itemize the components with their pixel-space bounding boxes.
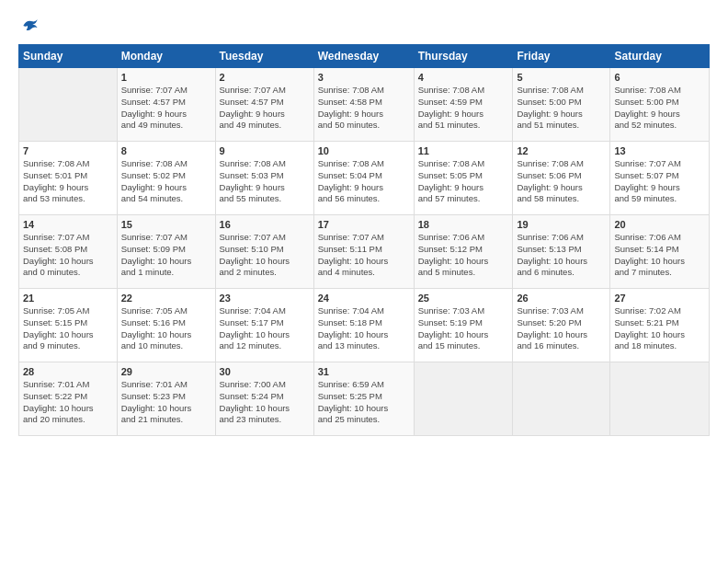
day-number: 25 [418, 293, 509, 304]
calendar-cell: 12Sunrise: 7:08 AM Sunset: 5:06 PM Dayli… [513, 142, 610, 215]
day-info: Sunrise: 7:08 AM Sunset: 5:06 PM Dayligh… [517, 158, 606, 205]
day-number: 16 [220, 219, 310, 230]
calendar-cell: 11Sunrise: 7:08 AM Sunset: 5:05 PM Dayli… [414, 142, 513, 215]
day-number: 28 [23, 366, 113, 377]
calendar-cell: 3Sunrise: 7:08 AM Sunset: 4:58 PM Daylig… [313, 68, 414, 142]
calendar-cell: 22Sunrise: 7:05 AM Sunset: 5:16 PM Dayli… [117, 289, 215, 362]
day-number: 17 [318, 219, 410, 230]
calendar-cell: 7Sunrise: 7:08 AM Sunset: 5:01 PM Daylig… [19, 142, 118, 215]
day-info: Sunrise: 7:08 AM Sunset: 5:05 PM Dayligh… [418, 158, 509, 205]
calendar-cell: 14Sunrise: 7:07 AM Sunset: 5:08 PM Dayli… [19, 215, 118, 289]
calendar-cell: 29Sunrise: 7:01 AM Sunset: 5:23 PM Dayli… [117, 362, 215, 436]
day-info: Sunrise: 7:08 AM Sunset: 5:02 PM Dayligh… [121, 158, 211, 205]
day-number: 23 [220, 293, 310, 304]
day-info: Sunrise: 7:07 AM Sunset: 5:08 PM Dayligh… [23, 232, 113, 279]
day-number: 26 [517, 293, 606, 304]
calendar-table: SundayMondayTuesdayWednesdayThursdayFrid… [18, 44, 710, 436]
day-number: 4 [418, 72, 509, 83]
calendar-cell [414, 362, 513, 436]
day-number: 21 [23, 293, 113, 304]
header-saturday: Saturday [610, 45, 710, 68]
calendar-cell: 6Sunrise: 7:08 AM Sunset: 5:00 PM Daylig… [610, 68, 710, 142]
calendar-cell: 4Sunrise: 7:08 AM Sunset: 4:59 PM Daylig… [414, 68, 513, 142]
day-number: 19 [517, 219, 606, 230]
day-number: 11 [418, 145, 509, 156]
week-row-1: 1Sunrise: 7:07 AM Sunset: 4:57 PM Daylig… [19, 68, 710, 142]
calendar-cell: 15Sunrise: 7:07 AM Sunset: 5:09 PM Dayli… [117, 215, 215, 289]
day-number: 13 [614, 145, 705, 156]
day-info: Sunrise: 7:07 AM Sunset: 4:57 PM Dayligh… [121, 85, 211, 132]
calendar-cell: 2Sunrise: 7:07 AM Sunset: 4:57 PM Daylig… [215, 68, 313, 142]
header-thursday: Thursday [414, 45, 513, 68]
calendar-cell [19, 68, 118, 142]
week-row-4: 21Sunrise: 7:05 AM Sunset: 5:15 PM Dayli… [19, 289, 710, 362]
day-number: 8 [121, 145, 211, 156]
calendar-cell: 28Sunrise: 7:01 AM Sunset: 5:22 PM Dayli… [19, 362, 118, 436]
day-info: Sunrise: 7:02 AM Sunset: 5:21 PM Dayligh… [614, 305, 705, 352]
day-info: Sunrise: 7:07 AM Sunset: 5:09 PM Dayligh… [121, 232, 211, 279]
day-number: 30 [220, 366, 310, 377]
logo-bird-icon [20, 17, 39, 35]
day-info: Sunrise: 7:01 AM Sunset: 5:23 PM Dayligh… [121, 379, 211, 426]
calendar-cell: 5Sunrise: 7:08 AM Sunset: 5:00 PM Daylig… [513, 68, 610, 142]
day-number: 14 [23, 219, 113, 230]
calendar-cell: 20Sunrise: 7:06 AM Sunset: 5:14 PM Dayli… [610, 215, 710, 289]
week-row-2: 7Sunrise: 7:08 AM Sunset: 5:01 PM Daylig… [19, 142, 710, 215]
day-number: 2 [220, 72, 310, 83]
calendar-cell: 24Sunrise: 7:04 AM Sunset: 5:18 PM Dayli… [313, 289, 414, 362]
day-info: Sunrise: 7:00 AM Sunset: 5:24 PM Dayligh… [220, 379, 310, 426]
day-number: 12 [517, 145, 606, 156]
calendar-cell: 23Sunrise: 7:04 AM Sunset: 5:17 PM Dayli… [215, 289, 313, 362]
logo [18, 17, 39, 35]
calendar-cell: 13Sunrise: 7:07 AM Sunset: 5:07 PM Dayli… [610, 142, 710, 215]
header-friday: Friday [513, 45, 610, 68]
calendar-cell: 30Sunrise: 7:00 AM Sunset: 5:24 PM Dayli… [215, 362, 313, 436]
header-wednesday: Wednesday [313, 45, 414, 68]
day-number: 10 [318, 145, 410, 156]
calendar-cell: 27Sunrise: 7:02 AM Sunset: 5:21 PM Dayli… [610, 289, 710, 362]
day-number: 22 [121, 293, 211, 304]
day-number: 18 [418, 219, 509, 230]
calendar-cell: 10Sunrise: 7:08 AM Sunset: 5:04 PM Dayli… [313, 142, 414, 215]
day-number: 7 [23, 145, 113, 156]
day-number: 5 [517, 72, 606, 83]
calendar-cell [513, 362, 610, 436]
calendar-cell: 31Sunrise: 6:59 AM Sunset: 5:25 PM Dayli… [313, 362, 414, 436]
calendar-body: 1Sunrise: 7:07 AM Sunset: 4:57 PM Daylig… [19, 68, 710, 436]
calendar-cell: 8Sunrise: 7:08 AM Sunset: 5:02 PM Daylig… [117, 142, 215, 215]
day-info: Sunrise: 7:07 AM Sunset: 5:07 PM Dayligh… [614, 158, 705, 205]
week-row-5: 28Sunrise: 7:01 AM Sunset: 5:22 PM Dayli… [19, 362, 710, 436]
page-container: SundayMondayTuesdayWednesdayThursdayFrid… [0, 0, 728, 445]
day-info: Sunrise: 7:08 AM Sunset: 5:03 PM Dayligh… [220, 158, 310, 205]
day-number: 29 [121, 366, 211, 377]
calendar-cell: 1Sunrise: 7:07 AM Sunset: 4:57 PM Daylig… [117, 68, 215, 142]
day-info: Sunrise: 7:08 AM Sunset: 5:04 PM Dayligh… [318, 158, 410, 205]
day-info: Sunrise: 7:05 AM Sunset: 5:16 PM Dayligh… [121, 305, 211, 352]
day-info: Sunrise: 7:07 AM Sunset: 5:10 PM Dayligh… [220, 232, 310, 279]
day-number: 1 [121, 72, 211, 83]
calendar-cell: 19Sunrise: 7:06 AM Sunset: 5:13 PM Dayli… [513, 215, 610, 289]
week-row-3: 14Sunrise: 7:07 AM Sunset: 5:08 PM Dayli… [19, 215, 710, 289]
header-monday: Monday [117, 45, 215, 68]
day-info: Sunrise: 7:08 AM Sunset: 4:58 PM Dayligh… [318, 85, 410, 132]
day-number: 27 [614, 293, 705, 304]
day-number: 9 [220, 145, 310, 156]
calendar-cell: 18Sunrise: 7:06 AM Sunset: 5:12 PM Dayli… [414, 215, 513, 289]
header-sunday: Sunday [19, 45, 118, 68]
calendar-cell: 26Sunrise: 7:03 AM Sunset: 5:20 PM Dayli… [513, 289, 610, 362]
day-info: Sunrise: 7:03 AM Sunset: 5:19 PM Dayligh… [418, 305, 509, 352]
day-info: Sunrise: 7:03 AM Sunset: 5:20 PM Dayligh… [517, 305, 606, 352]
day-number: 31 [318, 366, 410, 377]
page-header [18, 17, 710, 35]
day-info: Sunrise: 7:05 AM Sunset: 5:15 PM Dayligh… [23, 305, 113, 352]
header-tuesday: Tuesday [215, 45, 313, 68]
header-row: SundayMondayTuesdayWednesdayThursdayFrid… [19, 45, 710, 68]
day-number: 3 [318, 72, 410, 83]
day-number: 20 [614, 219, 705, 230]
calendar-cell: 17Sunrise: 7:07 AM Sunset: 5:11 PM Dayli… [313, 215, 414, 289]
day-info: Sunrise: 7:04 AM Sunset: 5:17 PM Dayligh… [220, 305, 310, 352]
day-info: Sunrise: 7:06 AM Sunset: 5:13 PM Dayligh… [517, 232, 606, 279]
day-number: 15 [121, 219, 211, 230]
calendar-header: SundayMondayTuesdayWednesdayThursdayFrid… [19, 45, 710, 68]
day-info: Sunrise: 7:06 AM Sunset: 5:14 PM Dayligh… [614, 232, 705, 279]
